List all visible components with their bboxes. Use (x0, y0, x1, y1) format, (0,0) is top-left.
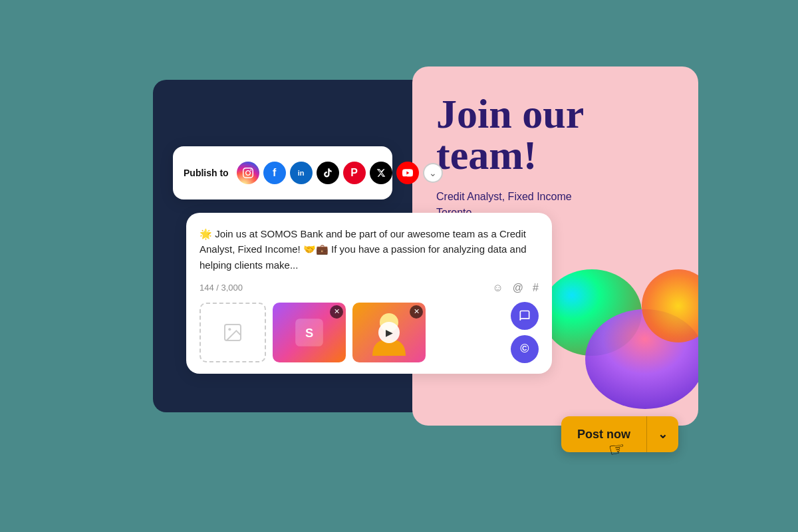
facebook-icon[interactable]: f (263, 162, 286, 184)
more-social-button[interactable]: ⌄ (423, 163, 443, 183)
publish-panel: Publish to f in P (173, 146, 392, 200)
publish-label: Publish to (184, 168, 229, 178)
post-now-chevron[interactable]: ⌄ (647, 427, 678, 442)
blob-decoration (539, 253, 698, 426)
x-twitter-icon[interactable] (370, 162, 392, 184)
instagram-icon[interactable] (237, 162, 259, 184)
media-row: S ✕ ▶ ✕ (200, 302, 539, 363)
svg-point-4 (228, 328, 231, 331)
media-thumb-2: ▶ ✕ (352, 303, 426, 362)
video-play-button[interactable]: ▶ (378, 322, 400, 343)
char-count-value: 144 / 3,000 (200, 283, 243, 293)
tiktok-icon[interactable] (317, 162, 339, 184)
job-card-title: Join our team! (436, 93, 674, 176)
job-role: Credit Analyst, Fixed Income (436, 191, 572, 202)
youtube-icon[interactable] (396, 162, 419, 184)
mention-tool[interactable]: @ (513, 282, 523, 294)
char-count-row: 144 / 3,000 ☺ @ # (200, 282, 539, 294)
text-tools: ☺ @ # (493, 282, 539, 294)
social-icons-row: f in P ⌄ (237, 162, 443, 184)
book-tool-button[interactable] (511, 302, 539, 330)
media-thumb-1-close[interactable]: ✕ (330, 305, 343, 319)
copyright-tool-button[interactable]: © (511, 335, 539, 363)
main-scene: Join our team! Credit Analyst, Fixed Inc… (100, 40, 698, 492)
media-thumb-2-close[interactable]: ✕ (410, 305, 423, 319)
linkedin-icon[interactable]: in (290, 162, 313, 184)
media-thumb-1: S ✕ (273, 303, 346, 362)
svg-text:S: S (305, 325, 313, 339)
pinterest-icon[interactable]: P (343, 162, 366, 184)
side-tools: © (511, 302, 539, 363)
post-editor-card: 🌟 Join us at SOMOS Bank and be part of o… (186, 213, 552, 374)
hashtag-tool[interactable]: # (533, 282, 539, 294)
post-now-label: Post now (561, 428, 646, 442)
media-upload-placeholder[interactable] (200, 303, 266, 362)
emoji-tool[interactable]: ☺ (493, 282, 503, 294)
post-text-content[interactable]: 🌟 Join us at SOMOS Bank and be part of o… (200, 226, 539, 273)
